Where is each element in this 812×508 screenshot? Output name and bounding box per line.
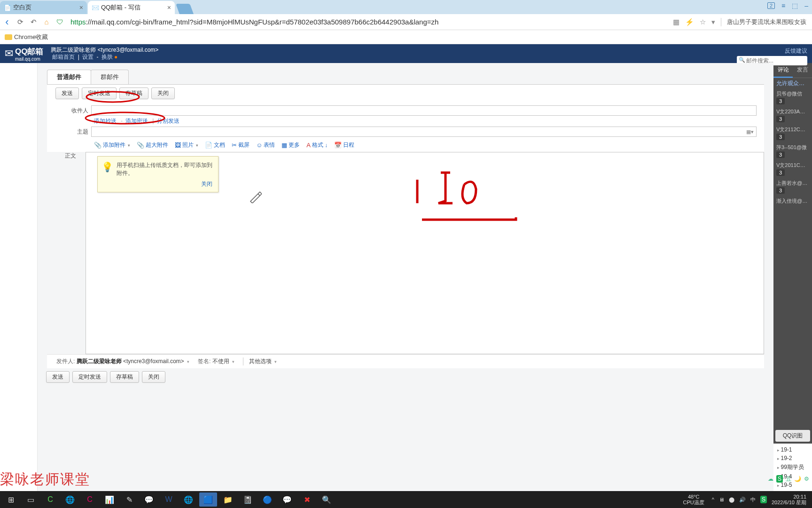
app-icon[interactable]: 📊 [101, 492, 118, 507]
sogou-browser-icon[interactable]: 🟦 [199, 492, 217, 507]
nav-settings[interactable]: 设置 [82, 54, 94, 60]
minimize-icon[interactable]: – [804, 2, 808, 9]
app-icon[interactable]: 💬 [140, 492, 158, 507]
browser-tab-qqmail[interactable]: ✉️ QQ邮箱 - 写信 × [88, 1, 175, 14]
clock[interactable]: 20:112022/6/10 星期 [772, 494, 806, 505]
emoji-button[interactable]: ☺表情 [256, 141, 275, 149]
back-icon[interactable]: ‹ [3, 18, 11, 26]
class-tree[interactable]: 19-1 19-2 99期学员 19-4 19-5 [773, 444, 812, 491]
sign-value: 不使用 [212, 358, 229, 365]
close-button[interactable]: 关闭 [151, 87, 175, 99]
qqmail-logo[interactable]: ✉ QQ邮箱 mail.qq.com [5, 46, 43, 62]
wechat-icon[interactable]: 💬 [278, 492, 296, 507]
big-attach-button[interactable]: 📎超大附件 [137, 141, 168, 149]
ime-badge[interactable]: S [776, 475, 783, 483]
explorer-icon[interactable]: 📁 [219, 492, 237, 507]
gear-icon[interactable]: ⚙ [804, 476, 809, 482]
grid-icon[interactable]: ▦▾ [746, 129, 754, 135]
sign-dropdown[interactable] [231, 358, 234, 365]
undo-icon[interactable]: ↶ [29, 18, 38, 26]
flash-icon[interactable]: ⚡ [685, 18, 694, 26]
save-draft-button[interactable]: 存草稿 [119, 87, 148, 99]
qr-icon[interactable]: ▦ [673, 18, 679, 26]
notepad-icon[interactable]: 📓 [239, 492, 257, 507]
new-tab-button[interactable] [176, 4, 194, 14]
tray-icon[interactable]: 🖥 [719, 497, 724, 502]
schedule-button[interactable]: 📅日程 [334, 141, 354, 149]
cloud-icon[interactable]: ☁ [768, 476, 773, 482]
shield-icon[interactable]: 🛡 [55, 18, 64, 26]
close-icon[interactable]: × [167, 4, 171, 11]
more-button[interactable]: ▦更多 [281, 141, 300, 149]
tab-group-mail[interactable]: 群邮件 [91, 70, 129, 84]
bookmark-folder[interactable]: Chrome收藏 [5, 33, 48, 41]
app-icon[interactable]: C [81, 492, 99, 507]
tray-up-icon[interactable]: ^ [712, 497, 714, 502]
bookmark-label: Chrome收藏 [14, 33, 48, 41]
download-badge[interactable]: 2 [767, 2, 775, 9]
ime-indicator[interactable]: 中 [750, 496, 756, 503]
app-icon[interactable]: 🔵 [258, 492, 276, 507]
chrome-icon[interactable]: 🌐 [61, 492, 79, 507]
other-options[interactable]: 其他选项 [249, 358, 272, 365]
app-icon[interactable]: 🔍 [318, 492, 336, 507]
star-icon[interactable]: ☆ [700, 18, 706, 26]
menu-icon[interactable]: ≡ [781, 2, 785, 9]
qqmail-header: ✉ QQ邮箱 mail.qq.com 腾跃二级梁咏老师 <tyncre3@fox… [0, 44, 812, 63]
tab-normal-mail[interactable]: 普通邮件 [47, 70, 91, 84]
feedback-link[interactable]: 反馈建议 [737, 47, 807, 55]
timed-send-button-bottom[interactable]: 定时发送 [72, 371, 107, 383]
app-icon[interactable]: ✎ [120, 492, 138, 507]
allow-audience[interactable]: 允许观众发表评 [773, 78, 812, 88]
doc-button[interactable]: 📄文档 [205, 141, 225, 149]
body-editor[interactable]: 💡 用手机扫描上传纸质文档，即可添加到附件。 关闭 [86, 152, 764, 354]
volume-icon[interactable]: 🔊 [739, 497, 746, 503]
moon-icon[interactable]: 🌙 [794, 476, 801, 482]
tree-item[interactable]: 99期学员 [773, 462, 812, 472]
to-label: 收件人 [55, 107, 91, 115]
chrome2-icon[interactable]: 🌐 [180, 492, 197, 507]
close-icon[interactable]: × [79, 4, 83, 11]
sender-dropdown[interactable] [186, 358, 189, 365]
timed-send-button[interactable]: 定时发送 [82, 87, 117, 99]
tree-item[interactable]: 19-2 [773, 454, 812, 462]
attach-button[interactable]: 📎添加附件 [94, 141, 130, 149]
ime-s-icon[interactable]: S [760, 496, 767, 503]
mail-sidebar[interactable] [0, 63, 38, 491]
split-send-link[interactable]: 分别发送 [157, 118, 180, 124]
tray-icon[interactable]: ⬤ [729, 497, 734, 503]
list-item: V文2011C易彩3 [773, 160, 812, 178]
home-icon[interactable]: ⌂ [42, 18, 51, 26]
live-list[interactable]: 贝爷@微信3 V文2203A新娟3 V文2112C李萌3 萍3--501@微3 … [773, 88, 812, 428]
browser-tab-blank[interactable]: 📄 空白页 × [0, 1, 87, 14]
extension-icon[interactable]: ⬚ [792, 2, 798, 9]
tree-item[interactable]: 19-1 [773, 445, 812, 454]
app-icon[interactable]: C [41, 492, 59, 507]
to-input[interactable] [91, 105, 757, 116]
screenshot-button[interactable]: ✂截屏 [232, 141, 250, 149]
bulb-icon: 💡 [102, 161, 113, 173]
taskview-icon[interactable]: ▭ [22, 492, 39, 507]
nav-skin[interactable]: 换肤 [102, 54, 113, 60]
start-button[interactable]: ⊞ [2, 492, 20, 507]
cpu-temp[interactable]: 48°CCPU温度 [683, 494, 704, 505]
chevron-down-icon[interactable]: ▾ [711, 18, 715, 26]
send-button[interactable]: 发送 [55, 87, 79, 99]
qq-recognize-button[interactable]: QQ识图 [775, 430, 810, 442]
add-bcc-link[interactable]: 添加密送 [125, 118, 148, 124]
tip-close-link[interactable]: 关闭 [117, 180, 212, 188]
url-field[interactable]: https://mail.qq.com/cgi-bin/frame_html?s… [69, 18, 668, 26]
close-button-bottom[interactable]: 关闭 [142, 371, 165, 383]
news-headline[interactable]: 唐山男子要流氓未果围殴女孩 [727, 18, 806, 26]
word-icon[interactable]: W [160, 492, 178, 507]
add-cc-link[interactable]: 添加抄送 [94, 118, 117, 124]
subject-input[interactable] [91, 127, 757, 137]
send-button-bottom[interactable]: 发送 [46, 371, 70, 383]
nav-home[interactable]: 邮箱首页 [52, 54, 75, 60]
app-icon[interactable]: ✖ [298, 492, 316, 507]
format-button[interactable]: A格式↓ [306, 141, 328, 149]
reload-icon[interactable]: ⟳ [16, 18, 24, 26]
save-draft-button-bottom[interactable]: 存草稿 [110, 371, 139, 383]
ime-mode[interactable]: 五 [786, 475, 791, 483]
photo-button[interactable]: 🖼照片 [175, 141, 198, 149]
